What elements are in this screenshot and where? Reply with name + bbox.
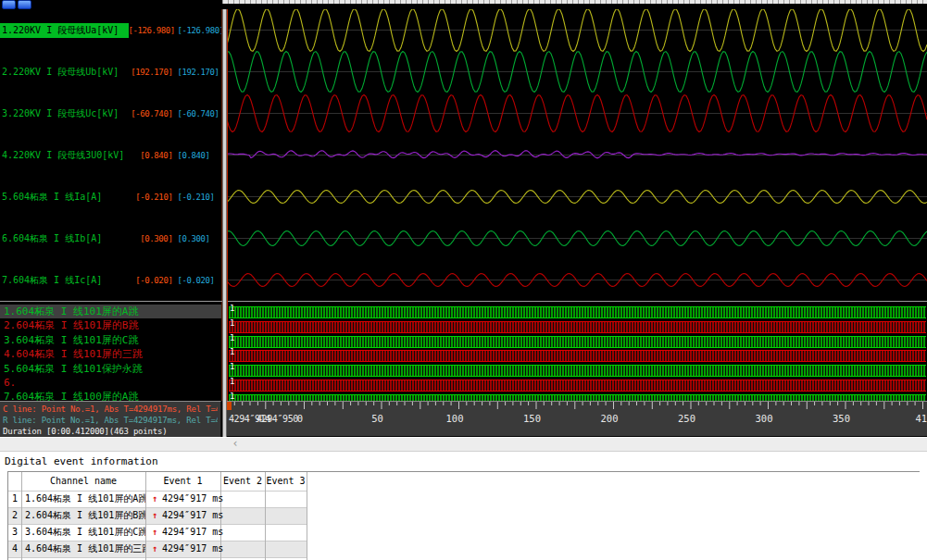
cursor-status-panel: C line: Point No.=1, Abs T=4294917ms, Re… <box>0 401 221 437</box>
horizontal-scrollbar[interactable]: ‹ <box>0 437 927 451</box>
digital-signal-row[interactable]: 1 <box>227 379 927 392</box>
analog-channel-value-secondary: [-0.210] <box>177 193 221 202</box>
event-2-cell <box>220 541 265 557</box>
event-3-cell <box>265 524 307 541</box>
digital-state-flag: 1 <box>230 304 234 313</box>
event-1-cell: ↑4294″917 ms <box>145 541 227 557</box>
svg-text:150: 150 <box>523 413 541 424</box>
analog-channel-row[interactable]: 2.220KV I 段母线Ub[kV][192.170][192.170] <box>0 51 221 93</box>
event-1-cell: ↑4294″917 ms <box>145 524 227 541</box>
analog-channel-name: 4.220KV I 段母线3U0[kV] <box>0 148 129 163</box>
analog-waveform-panel[interactable] <box>227 9 927 301</box>
digital-state-flag: 1 <box>230 318 234 328</box>
digital-channel-list: 1.604柘泉 I 线101屏的A跳2.604柘泉 I 线101屏的B跳3.60… <box>0 302 222 401</box>
analog-channel-row[interactable]: 3.220KV I 段母线Uc[kV][-60.740][-60.740] <box>0 93 221 134</box>
event-row-number: 4 <box>8 541 21 557</box>
cursor-line[interactable] <box>227 9 228 401</box>
event-channel-name: 1.604柘泉 I 线101屏的A跳 <box>21 491 145 507</box>
scroll-left-arrow-icon[interactable]: ‹ <box>229 438 242 451</box>
digital-signal-bar <box>229 306 926 318</box>
analog-channel-value-secondary: [0.300] <box>177 234 221 243</box>
analog-channel-value-primary: [-0.210] <box>129 193 173 202</box>
event-channel-name: 4.604柘泉 I 线101屏的三跳 <box>21 541 145 557</box>
svg-text:200: 200 <box>601 413 619 424</box>
trip-rise-arrow-icon: ↑ <box>152 510 157 520</box>
digital-channel-row[interactable]: 1.604柘泉 I 线101屏的A跳 <box>0 305 221 318</box>
trip-rise-arrow-icon: ↑ <box>152 527 157 537</box>
event-channel-name: 2.604柘泉 I 线101屏的B跳 <box>21 507 145 524</box>
digital-signal-bar <box>229 380 926 392</box>
event-row-number: 2 <box>8 507 21 524</box>
analog-channel-value-secondary: [-60.740] <box>177 109 221 118</box>
digital-state-flag: 1 <box>230 347 234 356</box>
digital-state-flag: 1 <box>230 392 234 401</box>
digital-signal-bar <box>229 336 926 348</box>
event-info-section: Digital event information Channel nameEv… <box>0 451 927 560</box>
digital-signal-row[interactable]: 1 <box>227 305 927 319</box>
toolbar-icon[interactable] <box>2 0 16 9</box>
analog-channel-value-secondary: [192.170] <box>177 68 221 77</box>
digital-signal-bar <box>229 350 926 362</box>
event-table-header-e1: Event 1 <box>145 472 220 491</box>
digital-signal-row[interactable]: 1 <box>227 393 927 401</box>
digital-signal-bar <box>229 394 926 401</box>
event-3-cell <box>265 507 307 524</box>
digital-signal-row[interactable]: 1 <box>227 349 927 363</box>
event-1-cell: ↑4294″917 ms <box>145 507 227 524</box>
axis-abs-label: 4294″950 <box>257 414 298 424</box>
analog-channel-name: 1.220KV I 段母线Ua[kV] <box>0 23 129 38</box>
waveform-analyzer-window: 1.220KV I 段母线Ua[kV][-126.980][-126.980]2… <box>0 0 927 560</box>
svg-text:350: 350 <box>833 413 850 424</box>
event-time: 4294″917 ms <box>162 510 223 520</box>
analog-channel-name: 7.604柘泉 I 线Ic[A] <box>0 273 129 288</box>
trip-rise-arrow-icon: ↑ <box>152 543 157 554</box>
time-axis[interactable]: 050100150200250300350410 4294″914 4294″9… <box>227 401 927 436</box>
toolbar-icon[interactable] <box>18 0 31 9</box>
digital-channel-row[interactable]: 7.604柘泉 I 线100屏的A跳 <box>0 390 221 401</box>
trip-rise-arrow-icon: ↑ <box>152 493 157 504</box>
status-c-line: C line: Point No.=1, Abs T=4294917ms, Re… <box>3 404 218 415</box>
digital-signal-row[interactable]: 1 <box>227 364 927 378</box>
digital-channel-row[interactable]: 5.604柘泉 I 线101保护永跳 <box>0 362 221 376</box>
analog-channel-name: 6.604柘泉 I 线Ib[A] <box>0 231 129 246</box>
digital-channel-row[interactable]: 2.604柘泉 I 线101屏的B跳 <box>0 318 221 332</box>
event-2-cell <box>220 491 265 507</box>
event-table-header-channel: Channel name <box>21 472 145 491</box>
digital-signal-row[interactable]: 1 <box>227 320 927 334</box>
analog-channel-value-secondary: [-0.020] <box>177 276 221 285</box>
event-channel-name: 3.604柘泉 I 线101屏的C跳 <box>21 524 145 541</box>
svg-text:250: 250 <box>678 413 695 424</box>
digital-channel-row[interactable]: 6. <box>0 376 221 390</box>
event-section-title: Digital event information <box>5 455 158 467</box>
event-table: Channel nameEvent 1Event 2Event 311.604柘… <box>7 471 920 560</box>
digital-signal-row[interactable]: 1 <box>227 335 927 349</box>
event-time: 4294″917 ms <box>162 527 223 537</box>
analog-channel-value-primary: [-60.740] <box>129 109 173 118</box>
event-1-cell: ↑4294″917 ms <box>145 491 227 507</box>
event-row-number: 1 <box>8 491 21 507</box>
analog-channel-row[interactable]: 5.604柘泉 I 线Ia[A][-0.210][-0.210] <box>0 176 221 218</box>
axis-cursor-marker[interactable] <box>227 402 232 410</box>
digital-waveform-panel[interactable]: 1111111 <box>227 302 927 401</box>
event-2-cell <box>220 524 265 541</box>
digital-channel-row[interactable]: 3.604柘泉 I 线101屏的C跳 <box>0 333 221 347</box>
time-axis-svg: 050100150200250300350410 <box>227 402 927 436</box>
digital-state-flag: 1 <box>230 377 234 386</box>
event-2-cell <box>220 507 265 524</box>
event-table-header-e3: Event 3 <box>265 472 307 491</box>
analog-channel-row[interactable]: 6.604柘泉 I 线Ib[A][0.300][0.300] <box>0 218 221 259</box>
analog-channel-row[interactable]: 7.604柘泉 I 线Ic[A][-0.020][-0.020] <box>0 259 221 301</box>
event-time: 4294″917 ms <box>162 493 223 504</box>
analog-channel-value-primary: [0.300] <box>129 234 173 243</box>
analog-channel-value-primary: [0.840] <box>129 151 173 160</box>
top-toolbar-strip <box>0 0 927 9</box>
analog-waveform-svg <box>227 9 927 301</box>
digital-signal-bar <box>229 321 926 333</box>
analog-channel-list: 1.220KV I 段母线Ua[kV][-126.980][-126.980]2… <box>0 9 222 301</box>
analog-channel-row[interactable]: 4.220KV I 段母线3U0[kV][0.840][0.840] <box>0 134 221 176</box>
clipped-titlebar-text <box>222 0 927 4</box>
analog-channel-row[interactable]: 1.220KV I 段母线Ua[kV][-126.980][-126.980] <box>0 9 221 51</box>
digital-channel-row[interactable]: 4.604柘泉 I 线101屏的三跳 <box>0 347 221 361</box>
event-3-cell <box>265 541 307 557</box>
analog-channel-name: 2.220KV I 段母线Ub[kV] <box>0 65 129 80</box>
